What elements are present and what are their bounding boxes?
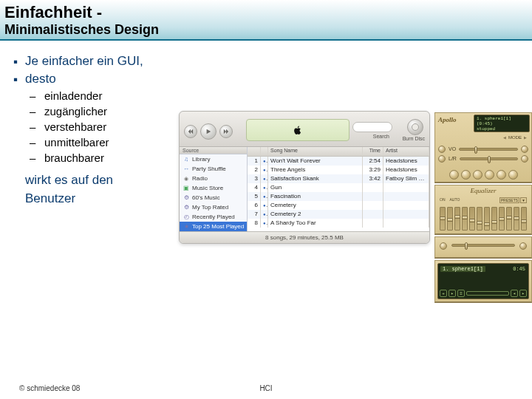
- sidebar-item-label: Radio: [192, 175, 208, 182]
- table-row[interactable]: 2Three Angels3:29Headstones: [248, 166, 429, 174]
- eq-presets[interactable]: PRESETS▼: [499, 197, 527, 203]
- sidebar-item[interactable]: 60's Music: [180, 193, 247, 202]
- seek-knob-r[interactable]: [519, 242, 527, 250]
- eq-band[interactable]: [462, 207, 468, 231]
- source-header: Source: [180, 147, 247, 154]
- sidebar-item-label: 60's Music: [192, 194, 220, 201]
- sidebar-item-label: Library: [192, 156, 210, 163]
- mode-label: MODE: [508, 135, 522, 140]
- vol-knob[interactable]: [438, 146, 446, 153]
- eq-band[interactable]: [521, 207, 527, 231]
- col-time[interactable]: Time: [363, 147, 383, 156]
- eq-auto[interactable]: AUTO: [450, 197, 460, 202]
- dash-item: einladender: [30, 89, 532, 102]
- tpause-button[interactable]: [473, 170, 482, 180]
- eq-band[interactable]: [447, 207, 453, 231]
- burn-disc-button[interactable]: [407, 119, 423, 135]
- seek-slider[interactable]: [451, 244, 515, 247]
- star-icon: [183, 223, 190, 231]
- bal-slider[interactable]: [460, 157, 518, 160]
- eq-on[interactable]: ON: [440, 197, 446, 202]
- search-input[interactable]: [352, 122, 392, 132]
- slide-subtitle: Minimalistisches Design: [4, 22, 528, 38]
- table-row[interactable]: 4Gun: [248, 183, 429, 192]
- play-button[interactable]: [200, 123, 216, 140]
- clock-icon: [183, 214, 190, 221]
- itunes-window: Search Burn Disc Source LibraryParty Shu…: [179, 111, 430, 244]
- eq-band[interactable]: [484, 207, 490, 231]
- tstop-button[interactable]: [485, 170, 494, 180]
- apollo-brand: Apollo: [438, 116, 457, 123]
- note-icon: [183, 156, 190, 163]
- apollo-mode: MODE: [503, 135, 527, 140]
- vol-slider[interactable]: [459, 148, 518, 151]
- bal-knob[interactable]: [438, 155, 446, 163]
- apollo-main-panel: Apollo 1. sphere1[1] (0:45) stopped MODE…: [434, 112, 532, 183]
- mode-right-icon[interactable]: [524, 135, 527, 140]
- slide-title: Einfachheit -: [4, 3, 528, 22]
- playlist-item[interactable]: 1. sphere1[1]: [440, 266, 485, 272]
- pl-btn-2[interactable]: ▸: [449, 290, 456, 297]
- seek-knob-l[interactable]: [440, 242, 447, 250]
- sidebar-item-label: Party Shuffle: [192, 166, 226, 172]
- col-name[interactable]: Song Name: [268, 147, 363, 156]
- sidebar-item[interactable]: Library: [180, 154, 247, 164]
- track-header: Song Name Time Artist: [248, 147, 429, 157]
- source-sidebar: Source LibraryParty ShuffleRadioMusic St…: [180, 147, 248, 231]
- next-button[interactable]: [219, 125, 233, 138]
- pl-btn-5[interactable]: ▸: [519, 290, 527, 297]
- table-row[interactable]: 1Won't Wait Forever2:54Headstones: [248, 157, 429, 166]
- col-artist[interactable]: Artist: [383, 147, 429, 156]
- bullet-1: Je einfacher ein GUI,: [13, 54, 532, 69]
- burn-disc-label: Burn Disc: [403, 136, 425, 141]
- table-row[interactable]: 8A Shardy Too Far: [248, 219, 429, 228]
- vol-knob-r[interactable]: [521, 146, 528, 153]
- tprev-button[interactable]: [449, 170, 459, 180]
- eq-band[interactable]: [514, 207, 519, 231]
- tnext-button[interactable]: [497, 170, 506, 180]
- table-row[interactable]: 3Satisfaction Skank3:42Fatboy Slim Vs T.…: [248, 174, 429, 183]
- sidebar-item[interactable]: Music Store: [180, 183, 247, 193]
- lcd-display: [246, 119, 349, 141]
- eq-band[interactable]: [506, 207, 512, 231]
- gear-icon: [183, 194, 190, 202]
- eq-band[interactable]: [454, 207, 460, 231]
- eq-band[interactable]: [477, 207, 482, 231]
- closing-line-1: wirkt es auf den: [25, 173, 113, 187]
- slide-header: Einfachheit - Minimalistisches Design: [0, 0, 532, 41]
- apollo-playlist-panel: 1. sphere1[1] 0:45 + ▸ ≡ ◂ ▸: [434, 260, 532, 303]
- apple-logo-icon: [293, 125, 303, 135]
- bal-knob-r[interactable]: [521, 155, 528, 163]
- sidebar-item[interactable]: My Top Rated: [180, 202, 247, 212]
- itunes-toolbar: Search Burn Disc: [180, 112, 429, 147]
- eq-band[interactable]: [491, 207, 497, 231]
- track-list: Song Name Time Artist 1Won't Wait Foreve…: [248, 147, 429, 231]
- apollo-screen-line1: 1. sphere1[1] (0:45): [477, 116, 527, 126]
- eq-band[interactable]: [469, 207, 475, 231]
- status-bar: 8 songs, 29 minutes, 25.5 MB: [180, 231, 429, 243]
- closing-line-2: Benutzer: [25, 191, 75, 205]
- table-row[interactable]: 5Fascination: [248, 192, 429, 201]
- eq-band[interactable]: [440, 207, 446, 231]
- sidebar-item[interactable]: Recently Played: [180, 212, 247, 222]
- mode-left-icon[interactable]: [503, 135, 506, 140]
- apollo-screen: 1. sphere1[1] (0:45) stopped: [474, 115, 530, 132]
- eq-band[interactable]: [499, 207, 505, 231]
- tplay-button[interactable]: [461, 170, 471, 180]
- apollo-screen-line2: stopped: [477, 126, 527, 132]
- bal-label: L/R: [449, 156, 457, 161]
- footer-copyright: © schmiedecke 08: [19, 384, 80, 392]
- table-row[interactable]: 7Cemetery 2: [248, 210, 429, 219]
- pl-btn-1[interactable]: +: [440, 290, 447, 297]
- pl-scroll[interactable]: [466, 291, 509, 296]
- sidebar-item[interactable]: Top 25 Most Played: [180, 222, 247, 231]
- table-row[interactable]: 6Cemetery: [248, 201, 429, 210]
- pl-btn-4[interactable]: ◂: [511, 290, 518, 297]
- teject-button[interactable]: [508, 170, 518, 180]
- prev-button[interactable]: [184, 125, 197, 138]
- sidebar-item[interactable]: Party Shuffle: [180, 164, 247, 174]
- sidebar-item-label: Music Store: [192, 185, 223, 191]
- sidebar-item-label: Top 25 Most Played: [192, 223, 244, 230]
- pl-btn-3[interactable]: ≡: [457, 290, 465, 297]
- sidebar-item[interactable]: Radio: [180, 174, 247, 183]
